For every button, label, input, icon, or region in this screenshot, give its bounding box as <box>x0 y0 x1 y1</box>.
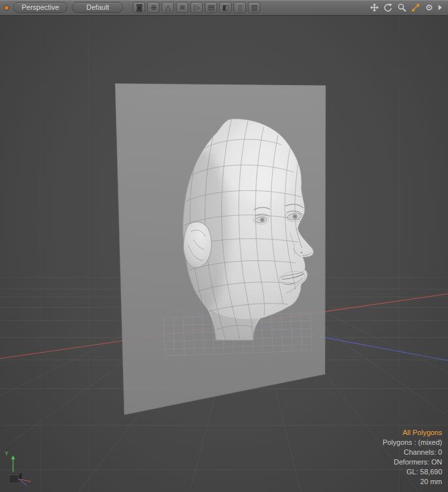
pages-icon[interactable]: ▥ <box>248 2 260 13</box>
viewport-nav-tools: ⚙ <box>370 3 445 12</box>
split-view-icon[interactable]: ◧ <box>219 2 232 13</box>
viewport-toolbar: Perspective Default ◙ ⊕ △ ≋ ▷ ▤ ◧ ▯ ▥ <box>0 0 448 16</box>
viewport-stats: All Polygons Polygons : (mixed) Channels… <box>383 428 442 487</box>
ear <box>183 222 211 268</box>
expand-arrow-icon[interactable] <box>438 5 442 10</box>
stat-channels: Channels: 0 <box>383 448 442 457</box>
cone-icon[interactable]: △ <box>162 2 174 13</box>
stat-deformers: Deformers: ON <box>383 457 442 467</box>
zoom-icon[interactable] <box>398 3 406 12</box>
layers-icon[interactable]: ▤ <box>205 2 217 13</box>
orbit-icon[interactable] <box>384 3 392 12</box>
stat-grid-size: 20 mm <box>383 477 442 487</box>
stat-selection-mode: All Polygons <box>383 428 442 438</box>
axis-gizmo-y-label: Y <box>5 450 9 457</box>
viewport-style-buttons: ◙ ⊕ △ ≋ ▷ ▤ ◧ ▯ ▥ <box>133 2 262 13</box>
shading-preset-dropdown[interactable]: Default <box>72 2 123 13</box>
maximize-icon[interactable] <box>411 3 420 12</box>
view-type-dropdown[interactable]: Perspective <box>13 2 67 13</box>
page-icon[interactable]: ▯ <box>233 2 246 13</box>
ripple-icon[interactable]: ≋ <box>176 2 188 13</box>
flag-icon[interactable]: ▷ <box>190 2 203 13</box>
settings-gear-icon[interactable]: ⚙ <box>425 3 433 12</box>
pan-icon[interactable] <box>370 3 379 12</box>
modo-3d-viewport-window: { "toolbar": { "view_type": "Perspective… <box>0 0 448 492</box>
circle-square-icon[interactable]: ◙ <box>133 2 145 13</box>
scene-canvas[interactable] <box>0 16 448 492</box>
stat-polygons: Polygons : (mixed) <box>383 438 442 448</box>
globe-icon[interactable]: ⊕ <box>147 2 160 13</box>
viewport-indicator-dot[interactable] <box>5 6 9 10</box>
viewport-3d: All Polygons Polygons : (mixed) Channels… <box>0 16 448 492</box>
stat-gl: GL: 58,690 <box>383 467 442 477</box>
axis-gizmo: Y <box>3 448 37 488</box>
